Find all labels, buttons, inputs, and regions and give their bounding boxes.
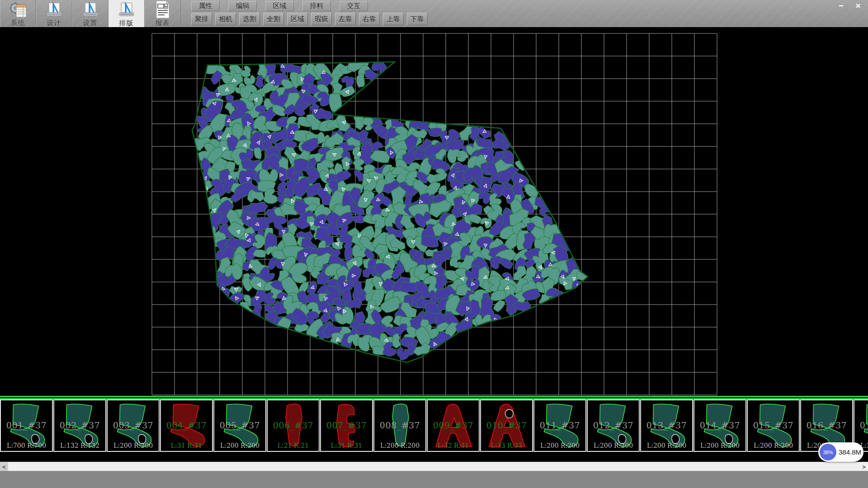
menu-row-1: 属性编辑区域排料交互	[191, 1, 368, 11]
thumbnail-cell-6[interactable]: 006_#37 L:21 R:21	[267, 399, 320, 452]
piece-shape	[268, 400, 319, 451]
piece-shape	[641, 400, 692, 451]
piece-hole	[618, 435, 626, 444]
menu1-button-5[interactable]: 交互	[340, 1, 368, 11]
progress-size-label: 384.8M	[836, 448, 863, 456]
design-icon	[44, 1, 64, 19]
piece-shape	[481, 400, 532, 451]
nesting-canvas[interactable]	[0, 27, 868, 396]
piece-shape	[161, 400, 212, 451]
piece-shape	[108, 400, 159, 451]
main-tab-label: 排版	[119, 19, 134, 28]
report-icon	[153, 0, 173, 20]
thumbnail-cell-2[interactable]: 002_#37 L:132 R:132	[53, 399, 106, 452]
system-icon	[8, 1, 28, 19]
piece-shape	[1, 400, 52, 451]
thumbnail-cell-9[interactable]: 009_#37 L:32 R:31	[427, 399, 480, 452]
piece-shape	[694, 400, 745, 451]
thumbnail-panel-divider	[0, 396, 868, 399]
menu2-button-1[interactable]: 聚排	[191, 13, 212, 25]
main-tab-4[interactable]: 排版	[108, 0, 145, 27]
piece-hole	[505, 409, 514, 418]
piece-hole	[32, 435, 39, 444]
piece-shape	[588, 400, 639, 451]
thumbnail-cell-14[interactable]: 014_#37 L:200 R:200	[693, 399, 746, 452]
close-button[interactable]: ×	[852, 1, 864, 11]
main-tab-bar: 系统 设计 设置 排版 报表	[0, 0, 181, 27]
scroll-right-button[interactable]: >	[860, 462, 868, 471]
thumbnail-cell-12[interactable]: 012_#37 L:200 R:200	[587, 399, 640, 452]
menu1-button-3[interactable]: 区域	[265, 1, 294, 11]
piece-thumbnail-strip: 001_#37 L:700 R:700 002_#37 L:132 R:132 …	[0, 399, 868, 452]
main-tab-label: 系统	[11, 19, 25, 28]
status-bar	[0, 471, 868, 488]
main-tab-5[interactable]: 报表	[145, 0, 181, 27]
main-tab-3[interactable]: 设置	[72, 0, 108, 27]
piece-hole	[725, 435, 733, 444]
main-tab-label: 设置	[83, 19, 98, 28]
thumbnail-cell-7[interactable]: 007_#37 L:31 R:31	[320, 399, 373, 452]
menu2-button-2[interactable]: 相机	[215, 13, 236, 25]
strip-gap	[0, 452, 868, 462]
main-tab-2[interactable]: 设计	[36, 0, 72, 27]
menu1-button-1[interactable]: 属性	[191, 1, 220, 11]
piece-hole	[85, 435, 93, 444]
menu2-button-5[interactable]: 区域	[287, 13, 308, 25]
menu2-button-7[interactable]: 左靠	[335, 13, 356, 25]
main-tab-label: 报表	[156, 19, 170, 28]
piece-shape	[534, 400, 585, 451]
horizontal-scrollbar[interactable]: < >	[0, 462, 868, 471]
thumbnail-cell-15[interactable]: 015_#37 L:200 R:200	[747, 399, 800, 452]
menu2-button-6[interactable]: 瑕疵	[311, 13, 332, 25]
thumbnail-cell-10[interactable]: 010_#37 L:33 R:33	[480, 399, 533, 452]
thumbnail-cell-1[interactable]: 001_#37 L:700 R:700	[0, 399, 53, 452]
main-tab-1[interactable]: 系统	[0, 0, 36, 27]
thumbnail-cell-11[interactable]: 011_#37 L:200 R:200	[533, 399, 586, 452]
window-controls: − ×	[835, 1, 864, 11]
main-tab-label: 设计	[47, 19, 61, 28]
progress-indicator[interactable]: 38% 384.8M	[818, 442, 863, 462]
thumbnail-cell-13[interactable]: 013_#37 L:200 R:200	[640, 399, 693, 452]
menu1-button-4[interactable]: 排料	[302, 1, 331, 11]
menu2-button-9[interactable]: 上靠	[383, 13, 404, 25]
thumbnail-cell-3[interactable]: 003_#37 L:200 R:200	[107, 399, 160, 452]
menu-row-2: 聚排相机选割全割区域瑕疵左靠右靠上靠下靠	[191, 13, 428, 25]
piece-shape	[54, 400, 105, 451]
menu2-button-3[interactable]: 选割	[239, 13, 260, 25]
menu2-button-4[interactable]: 全割	[263, 13, 284, 25]
menu2-button-8[interactable]: 右靠	[359, 13, 380, 25]
piece-hole	[138, 435, 146, 444]
app-window: 系统 设计 设置 排版 报表	[0, 0, 868, 488]
scroll-left-button[interactable]: <	[0, 462, 8, 471]
piece-hole	[672, 435, 679, 444]
progress-percent-badge: 38%	[820, 444, 836, 460]
piece-shape	[374, 400, 425, 451]
menu1-button-2[interactable]: 编辑	[228, 1, 257, 11]
minimize-button[interactable]: −	[835, 1, 847, 11]
piece-shape	[748, 400, 799, 451]
thumbnail-cell-5[interactable]: 005_#37 L:200 R:200	[213, 399, 266, 452]
piece-shape	[214, 400, 265, 451]
menu2-button-10[interactable]: 下靠	[407, 13, 428, 25]
thumbnail-cell-8[interactable]: 008_#37 L:200 R:200	[373, 399, 426, 452]
toolbar: 系统 设计 设置 排版 报表	[0, 0, 868, 27]
piece-shape	[428, 400, 479, 451]
layout-icon	[117, 1, 137, 19]
piece-shape	[321, 400, 372, 451]
thumbnail-cell-4[interactable]: 004_#37 L:31 R:31	[160, 399, 213, 452]
settings-icon	[80, 1, 100, 19]
